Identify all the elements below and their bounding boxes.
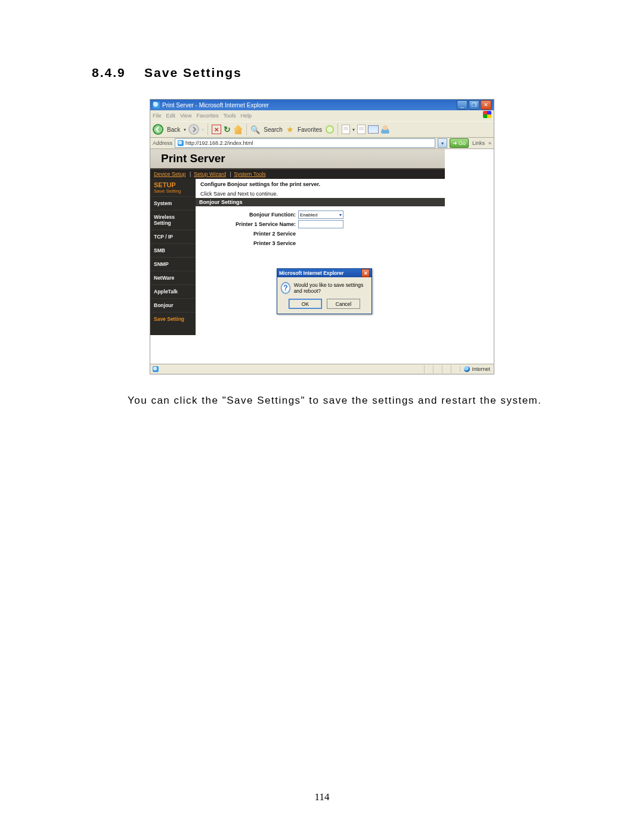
windows-flag-icon: [483, 111, 491, 118]
home-button[interactable]: [233, 125, 243, 134]
status-segment: [442, 365, 451, 373]
config-description: Configure Bonjour settings for the print…: [196, 179, 445, 190]
sidebar-head: SETUP: [150, 179, 196, 188]
toolbar-separator: [338, 123, 338, 135]
go-label: Go: [459, 140, 466, 146]
refresh-button[interactable]: ↻: [224, 125, 231, 134]
dialog-close-button[interactable]: ✕: [361, 269, 370, 277]
zone-label: Internet: [472, 366, 490, 372]
window-controls: _ ❐ ✕: [457, 100, 491, 110]
links-label[interactable]: Links: [471, 140, 486, 146]
menu-view[interactable]: View: [180, 113, 191, 119]
status-page-icon: [153, 366, 159, 372]
menu-favorites[interactable]: Favorites: [196, 113, 218, 119]
sidebar-item-bonjour[interactable]: Bonjour: [150, 298, 196, 312]
favorites-label[interactable]: Favorites: [298, 126, 322, 133]
forward-button[interactable]: [188, 124, 199, 135]
menu-tools[interactable]: Tools: [223, 113, 236, 119]
status-bar: Internet: [150, 364, 494, 374]
config-hint: Click Save and Next to continue.: [196, 190, 445, 198]
mail-icon[interactable]: [357, 125, 366, 134]
sidebar-item-tcpip[interactable]: TCP / IP: [150, 230, 196, 243]
history-dropdown-icon[interactable]: ▾: [352, 127, 355, 132]
print-icon[interactable]: [368, 125, 379, 134]
sidebar-item-smb[interactable]: SMB: [150, 243, 196, 257]
app-header: Print Server: [150, 149, 445, 169]
section-title: Save Settings: [144, 66, 242, 79]
address-dropdown-icon[interactable]: ▾: [438, 138, 447, 148]
links-chevron-icon[interactable]: »: [488, 140, 491, 146]
section-bar: Bonjour Settings: [196, 198, 445, 206]
menu-file[interactable]: File: [153, 113, 162, 119]
menubar: File Edit View Favorites Tools Help: [150, 110, 494, 121]
sidebar-item-save-setting[interactable]: Save Setting: [150, 312, 196, 326]
browser-window: Print Server - Microsoft Internet Explor…: [150, 99, 494, 374]
forward-dropdown-icon[interactable]: ▾: [202, 127, 204, 132]
sidebar-item-wireless[interactable]: Wireless Setting: [150, 210, 196, 230]
back-button[interactable]: [153, 124, 163, 135]
printer1-label: Printer 1 Service Name:: [200, 221, 298, 227]
toolbar-separator: [208, 123, 208, 135]
address-input[interactable]: http://192.168.2.2/index.html: [175, 138, 435, 148]
sidebar-item-system[interactable]: System: [150, 196, 196, 210]
go-button[interactable]: ➜ Go: [450, 138, 469, 148]
security-zone: Internet: [460, 366, 494, 372]
sidebar: SETUP Save Setting System Wireless Setti…: [150, 179, 196, 335]
ie-logo-icon: [153, 101, 160, 109]
media-icon[interactable]: [326, 125, 334, 134]
body-paragraph: You can click the "Save Settings" to sav…: [92, 392, 552, 408]
page-content: Print Server Device Setup | Setup Wizard…: [150, 149, 494, 364]
address-value: http://192.168.2.2/index.html: [185, 140, 253, 146]
address-bar: Address http://192.168.2.2/index.html ▾ …: [150, 138, 494, 149]
dialog-cancel-button[interactable]: Cancel: [327, 299, 360, 309]
dialog-titlebar: Microsoft Internet Explorer ✕: [277, 269, 371, 277]
dialog-title: Microsoft Internet Explorer: [279, 270, 344, 276]
menu-help[interactable]: Help: [240, 113, 252, 119]
browser-toolbar: Back ▾ ▾ ✕ ↻ 🔍 Search ★ Favorites ▾: [150, 121, 494, 138]
row-printer3: Printer 3 Service: [200, 239, 440, 248]
sidebar-item-netware[interactable]: NetWare: [150, 271, 196, 284]
row-printer2: Printer 2 Service: [200, 229, 440, 239]
section-number: 8.4.9: [92, 66, 126, 79]
row-printer1: Printer 1 Service Name:: [200, 219, 440, 229]
bonjour-function-select[interactable]: Enabled ▾: [298, 210, 343, 219]
row-bonjour-function: Bonjour Function: Enabled ▾: [200, 210, 440, 219]
stop-button[interactable]: ✕: [212, 125, 221, 134]
status-segment: [433, 365, 442, 373]
dialog-ok-button[interactable]: OK: [289, 299, 322, 309]
tab-device-setup[interactable]: Device Setup: [154, 171, 186, 177]
status-segment: [424, 365, 433, 373]
dialog-message: Would you like to save settings and rebo…: [294, 282, 368, 294]
search-icon[interactable]: 🔍: [250, 125, 260, 134]
minimize-button[interactable]: _: [457, 100, 467, 110]
sidebar-item-snmp[interactable]: SNMP: [150, 257, 196, 271]
tab-setup-wizard[interactable]: Setup Wizard: [194, 171, 226, 177]
page-icon: [178, 140, 184, 146]
menu-edit[interactable]: Edit: [166, 113, 176, 119]
history-icon[interactable]: [342, 125, 350, 134]
section-heading: 8.4.9 Save Settings: [92, 66, 552, 80]
toolbar-separator: [246, 123, 247, 135]
tab-system-tools[interactable]: System Tools: [234, 171, 265, 177]
app-top-nav: Device Setup | Setup Wizard | System Too…: [150, 169, 445, 179]
sidebar-item-appletalk[interactable]: AppleTalk: [150, 284, 196, 298]
search-label[interactable]: Search: [264, 126, 283, 133]
printer1-input[interactable]: [298, 220, 343, 228]
bonjour-function-value: Enabled: [300, 212, 317, 218]
internet-zone-icon: [464, 366, 470, 372]
printer2-label: Printer 2 Service: [200, 231, 298, 237]
messenger-icon[interactable]: [381, 125, 389, 134]
maximize-button[interactable]: ❐: [469, 100, 479, 110]
close-button[interactable]: ✕: [481, 100, 491, 110]
favorites-icon[interactable]: ★: [286, 125, 294, 134]
window-titlebar: Print Server - Microsoft Internet Explor…: [150, 100, 494, 110]
chevron-down-icon: ▾: [339, 212, 342, 218]
body-paragraph-text: You can click the "Save Settings" to sav…: [128, 395, 541, 406]
tab-separator: |: [230, 171, 231, 177]
page-number: 114: [0, 791, 644, 803]
window-title: Print Server - Microsoft Internet Explor…: [162, 102, 269, 109]
tab-separator: |: [190, 171, 191, 177]
back-label[interactable]: Back: [167, 126, 180, 133]
question-icon: ?: [281, 282, 290, 294]
back-dropdown-icon[interactable]: ▾: [184, 127, 186, 132]
